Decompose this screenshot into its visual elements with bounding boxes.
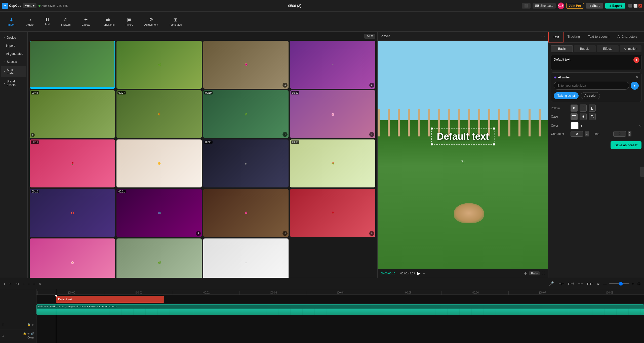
toolbar-transitions[interactable]: ⇌ Transitions xyxy=(99,16,117,28)
rotate-handle[interactable]: ↻ xyxy=(461,159,465,165)
line-step-up[interactable]: ▲ xyxy=(628,131,631,134)
ai-writer-close-button[interactable]: ✕ xyxy=(636,75,639,79)
speed-button[interactable]: ≋ xyxy=(596,281,601,287)
tab-ai-characters[interactable]: AI Characters xyxy=(613,32,641,42)
text-track-lock[interactable]: 🔒 xyxy=(27,323,31,326)
line-input[interactable] xyxy=(613,131,626,137)
sidebar-item-ai-generated[interactable]: AI generated xyxy=(1,50,26,58)
character-step-down[interactable]: ▼ xyxy=(585,134,589,136)
media-item-5[interactable]: 00:44 ↻ xyxy=(30,90,115,138)
split-clip-button[interactable]: ⊣⊢ xyxy=(557,281,566,287)
character-step-up[interactable]: ▲ xyxy=(585,131,589,134)
redo-button[interactable]: ↪ xyxy=(15,281,20,287)
bold-button[interactable]: B xyxy=(571,105,578,112)
download-icon[interactable]: ⬇ xyxy=(369,83,374,88)
text-track-visibility[interactable]: 👁 xyxy=(31,323,34,326)
detach-button[interactable]: ⊢⊢ xyxy=(586,281,594,287)
media-item-12[interactable]: 00:11 💐 xyxy=(290,139,375,187)
case-title-button[interactable]: Tt xyxy=(589,113,596,120)
sidebar-item-spaces[interactable]: ▸ Spaces xyxy=(1,58,26,66)
user-avatar[interactable]: C...5 xyxy=(558,3,564,9)
export-button[interactable]: ⬆ Export xyxy=(605,3,625,9)
ai-send-button[interactable]: ➤ xyxy=(631,82,639,90)
resize-handle-br[interactable] xyxy=(493,143,495,145)
sub-tab-basic[interactable]: Basic xyxy=(551,45,573,52)
resize-handle-tr[interactable] xyxy=(493,127,495,129)
trim-button[interactable]: ⊢⊣ xyxy=(567,281,575,287)
video-track-audio[interactable]: 🔊 xyxy=(31,332,34,335)
toolbar-filters[interactable]: ▣ Filters xyxy=(123,16,136,28)
media-item-6[interactable]: 00:27 🌻 xyxy=(116,90,202,138)
tab-text-to-speech[interactable]: Text-to-speech xyxy=(584,32,613,42)
media-item-9[interactable]: 00:10 🌹 xyxy=(30,139,115,187)
download-icon[interactable]: ⬇ xyxy=(283,83,288,88)
toolbar-stickers[interactable]: ☺ Stickers xyxy=(58,16,73,28)
shortcuts-button[interactable]: ⌨ Shortcuts xyxy=(533,3,556,9)
sidebar-item-stock[interactable]: ▾ Stock mater... xyxy=(1,66,26,77)
media-item-3[interactable]: 🌺 ⬇ xyxy=(203,41,289,89)
media-item-15[interactable]: 🌺 ⬇ xyxy=(203,189,289,237)
flip-h-button[interactable]: ⁝ xyxy=(27,281,30,287)
media-item-8[interactable]: 00:20 🌸 ⬇ xyxy=(290,90,375,138)
menu-button[interactable]: Menu ▾ xyxy=(23,3,36,8)
zoom-out-button[interactable]: — xyxy=(602,281,608,287)
play-button[interactable]: ▶ xyxy=(417,271,420,276)
media-item-1[interactable] xyxy=(30,41,115,89)
toolbar-audio[interactable]: ♪ Audio xyxy=(24,16,36,28)
text-input[interactable]: Default text xyxy=(551,55,641,70)
case-lower-button[interactable]: tt xyxy=(580,113,587,120)
media-item-11[interactable]: 00:11 🏍 xyxy=(203,139,289,187)
sub-tab-bubble[interactable]: Bubble xyxy=(574,45,596,52)
download-icon[interactable]: ⬇ xyxy=(283,231,288,236)
talking-script-button[interactable]: Talking script xyxy=(554,92,579,99)
zoom-slider[interactable] xyxy=(609,283,629,284)
download-icon[interactable]: ⬇ xyxy=(369,231,374,236)
tab-text[interactable]: Text xyxy=(548,32,564,42)
color-swatch[interactable] xyxy=(571,122,579,129)
toolbar-effects[interactable]: ✦ Effects xyxy=(79,16,93,28)
toolbar-text[interactable]: TI Text xyxy=(42,16,52,27)
media-item-14[interactable]: 00:21 🎆 ⬇ xyxy=(116,189,202,237)
maximize-button[interactable]: ⬜ xyxy=(633,4,637,8)
minimize-button[interactable]: — xyxy=(628,4,632,8)
media-item-7[interactable]: 00:10 🌿 ⬇ xyxy=(203,90,289,138)
toolbar-templates[interactable]: ⊞ Templates xyxy=(167,16,184,28)
sidebar-item-device[interactable]: ▸ Device xyxy=(1,34,26,41)
video-track-visibility[interactable]: 👁 xyxy=(27,332,30,335)
save-preset-button[interactable]: Save as preset xyxy=(611,141,641,149)
sub-tab-animation[interactable]: Animation xyxy=(620,45,641,52)
text-color-indicator[interactable]: ● xyxy=(633,57,639,63)
download-icon[interactable]: ⬇ xyxy=(196,231,201,236)
delete-button[interactable]: ✕ xyxy=(37,281,43,287)
ai-script-input[interactable] xyxy=(554,82,629,90)
share-button[interactable]: ⬆ Share xyxy=(586,3,603,9)
panel-collapse-button[interactable]: › xyxy=(640,167,644,177)
toolbar-import[interactable]: ⬇ Import xyxy=(5,16,18,28)
toolbar-adjustment[interactable]: ⚙ Adjustment xyxy=(142,16,160,28)
underline-button[interactable]: U xyxy=(589,105,596,112)
flip-v-button[interactable]: ⁝ xyxy=(32,281,35,287)
screen-button[interactable]: ⬛ xyxy=(522,3,531,9)
select-tool-button[interactable]: ↕ xyxy=(3,281,6,287)
player-menu-button[interactable]: ⋯ xyxy=(541,34,545,38)
extract-button[interactable]: ⊣⊣ xyxy=(577,281,585,287)
tab-tracking[interactable]: Tracking xyxy=(564,32,584,42)
sidebar-item-brand-assets[interactable]: ▸ Brand assets xyxy=(1,78,26,89)
text-overlay-box[interactable]: Default text xyxy=(431,128,495,145)
media-item-10[interactable]: 🌼 xyxy=(116,139,202,187)
video-track-lock[interactable]: 🔒 xyxy=(23,332,26,335)
media-item-17[interactable]: 🌸 xyxy=(30,238,115,278)
fullscreen-button[interactable]: ⛶ xyxy=(542,271,545,275)
undo-button[interactable]: ↩ xyxy=(8,281,13,287)
character-input[interactable] xyxy=(571,131,583,137)
fit-button[interactable]: ⊡ xyxy=(636,281,641,287)
mic-button[interactable]: 🎤 xyxy=(547,280,556,287)
resize-handle-bl[interactable] xyxy=(431,143,433,145)
color-dropdown-button[interactable]: ▾ xyxy=(581,124,582,128)
zoom-in-button[interactable]: + xyxy=(631,281,635,287)
media-item-19[interactable]: ▭ xyxy=(203,238,289,278)
join-pro-button[interactable]: Join Pro xyxy=(566,3,584,9)
media-item-4[interactable]: ✦ ⬇ xyxy=(290,41,375,89)
case-upper-button[interactable]: TT xyxy=(571,113,578,120)
all-filter-button[interactable]: All ≡ xyxy=(364,34,375,39)
